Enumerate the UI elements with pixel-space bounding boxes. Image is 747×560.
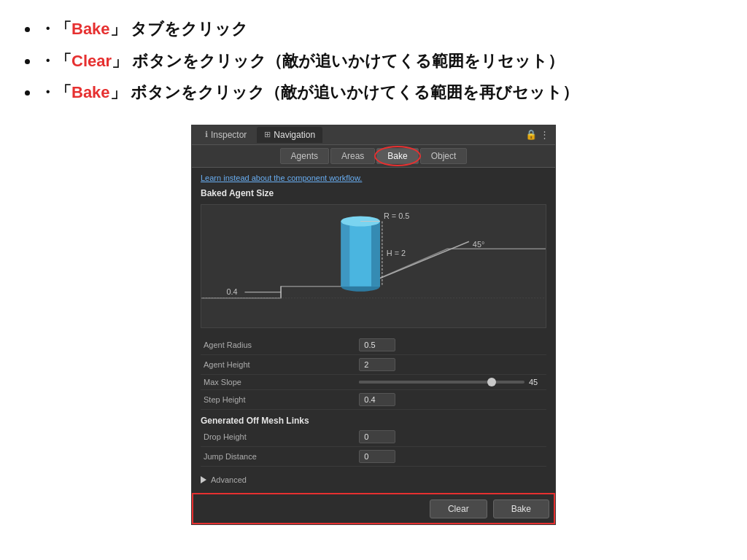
lock-icon: 🔒 <box>525 129 537 140</box>
panel-wrapper: ℹ Inspector ⊞ Navigation 🔒 ⋮ Agents Area… <box>0 125 747 525</box>
advanced-row[interactable]: Advanced <box>201 472 546 487</box>
instruction-list: ・「Bake」 タブをクリック ・「Clear」 ボタンをクリック（敵が追いかけ… <box>22 15 725 107</box>
prop-value-slope: 45 <box>356 374 546 389</box>
prop-label-drop: Drop Height <box>201 427 356 447</box>
navigation-icon: ⊞ <box>264 130 271 139</box>
slope-value: 45 <box>529 378 543 386</box>
panel-content: Learn instead about the component workfl… <box>192 168 555 493</box>
prop-value-radius: 0.5 <box>356 335 546 355</box>
sub-tab-bar: Agents Areas Bake Object <box>192 145 555 168</box>
tab-inspector[interactable]: ℹ Inspector <box>198 127 254 143</box>
svg-rect-6 <box>371 221 380 286</box>
prop-value-step: 0.4 <box>356 389 546 409</box>
svg-text:45°: 45° <box>473 240 484 249</box>
prop-value-drop: 0 <box>356 427 546 447</box>
prop-row-drop: Drop Height 0 <box>201 427 546 447</box>
sub-tab-object[interactable]: Object <box>420 148 468 164</box>
baked-agent-size-title: Baked Agent Size <box>201 188 546 198</box>
prop-label-jump: Jump Distance <box>201 446 356 466</box>
prop-row-height: Agent Height 2 <box>201 354 546 374</box>
advanced-label: Advanced <box>211 475 247 484</box>
prop-row-step: Step Height 0.4 <box>201 389 546 409</box>
viz-svg: R = 0.5 H = 2 0.4 45° <box>201 205 546 328</box>
sub-tab-bake[interactable]: Bake <box>376 148 418 164</box>
unity-panel: ℹ Inspector ⊞ Navigation 🔒 ⋮ Agents Area… <box>191 125 556 525</box>
tab-navigation-label: Navigation <box>274 130 315 140</box>
keyword-bake-1: Bake <box>71 20 110 38</box>
prop-label-slope: Max Slope <box>201 374 356 389</box>
svg-text:0.4: 0.4 <box>226 287 237 295</box>
top-tab-bar: ℹ Inspector ⊞ Navigation 🔒 ⋮ <box>192 125 555 145</box>
svg-text:H = 2: H = 2 <box>387 249 406 257</box>
workflow-link[interactable]: Learn instead about the component workfl… <box>201 174 546 182</box>
prop-row-jump: Jump Distance 0 <box>201 446 546 466</box>
off-mesh-table: Drop Height 0 Jump Distance 0 <box>201 427 546 467</box>
tab-navigation[interactable]: ⊞ Navigation <box>257 127 322 143</box>
tab-inspector-label: Inspector <box>211 130 247 140</box>
agent-visualization: R = 0.5 H = 2 0.4 45° <box>201 204 546 328</box>
prop-value-jump: 0 <box>356 446 546 466</box>
bottom-buttons-bar: Clear Bake <box>192 493 555 524</box>
more-icon: ⋮ <box>540 129 549 140</box>
off-mesh-title: Generated Off Mesh Links <box>201 416 546 426</box>
inspector-icon: ℹ <box>205 130 208 139</box>
instruction-item-3: ・「Bake」 ボタンをクリック（敵が追いかけてくる範囲を再びセット） <box>39 78 725 107</box>
properties-table: Agent Radius 0.5 Agent Height 2 Max Slop… <box>201 335 546 410</box>
prop-row-radius: Agent Radius 0.5 <box>201 335 546 355</box>
prop-value-height: 2 <box>356 354 546 374</box>
svg-text:R = 0.5: R = 0.5 <box>384 211 409 219</box>
keyword-clear: Clear <box>71 52 112 70</box>
triangle-icon <box>201 476 206 483</box>
clear-button[interactable]: Clear <box>430 499 487 518</box>
prop-label-step: Step Height <box>201 389 356 409</box>
instruction-item-1: ・「Bake」 タブをクリック <box>39 15 725 44</box>
instruction-item-2: ・「Clear」 ボタンをクリック（敵が追いかけてくる範囲をリセット） <box>39 47 725 76</box>
sub-tab-agents[interactable]: Agents <box>280 148 329 164</box>
prop-label-height: Agent Height <box>201 354 356 374</box>
instructions-section: ・「Bake」 タブをクリック ・「Clear」 ボタンをクリック（敵が追いかけ… <box>0 0 747 117</box>
prop-label-radius: Agent Radius <box>201 335 356 355</box>
keyword-bake-2: Bake <box>71 83 110 101</box>
slope-slider[interactable] <box>359 381 525 384</box>
svg-rect-5 <box>341 221 349 286</box>
sub-tab-areas[interactable]: Areas <box>330 148 375 164</box>
bake-button[interactable]: Bake <box>493 499 549 518</box>
prop-row-slope: Max Slope 45 <box>201 374 546 389</box>
